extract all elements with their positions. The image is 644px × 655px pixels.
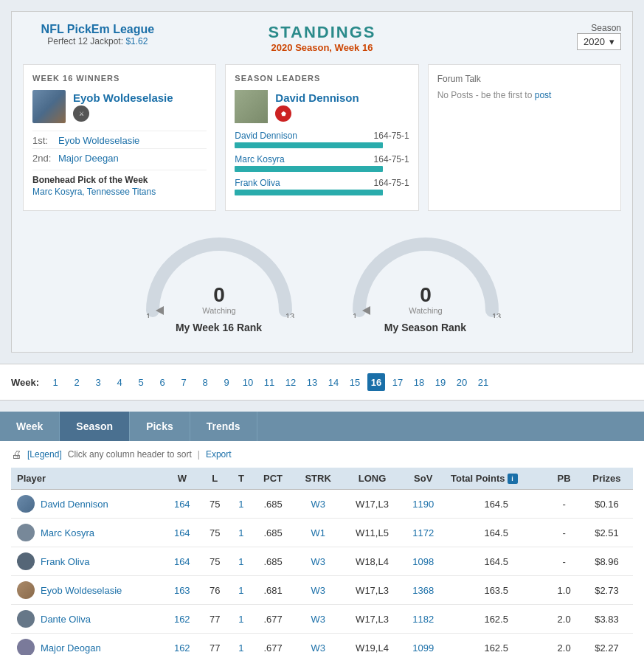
td-w: 164 bbox=[164, 519, 200, 547]
td-prizes: $0.16 bbox=[581, 490, 633, 519]
week-btn-6[interactable]: 6 bbox=[153, 373, 171, 391]
svg-text:0: 0 bbox=[420, 283, 432, 306]
week-btn-18[interactable]: 18 bbox=[410, 373, 428, 391]
bonehead-section: Bonehead Pick of the Week Marc Kosyra, T… bbox=[32, 170, 207, 197]
td-pb: 1.0 bbox=[547, 576, 581, 605]
forum-post-link[interactable]: post bbox=[535, 90, 552, 100]
printer-icon[interactable]: 🖨 bbox=[11, 448, 21, 460]
season-dropdown[interactable]: 2020 ▾ bbox=[577, 33, 621, 50]
th-w[interactable]: W bbox=[164, 468, 200, 490]
leader-name-1[interactable]: Marc Kosyra bbox=[235, 154, 284, 164]
th-pb[interactable]: PB bbox=[547, 468, 581, 490]
week-btn-14[interactable]: 14 bbox=[325, 373, 342, 391]
tab-picks[interactable]: Picks bbox=[130, 412, 190, 441]
cards-row: WEEK 16 WINNERS Eyob Woldeselasie ⚔ 1st:… bbox=[23, 64, 621, 211]
td-l: 75 bbox=[200, 547, 229, 576]
season-leaders-card: SEASON LEADERS David Dennison ⬟ David De… bbox=[225, 64, 418, 211]
td-pb: - bbox=[547, 519, 581, 547]
td-strk: W3 bbox=[294, 605, 343, 634]
th-strk[interactable]: STRK bbox=[294, 468, 343, 490]
player-name-cell[interactable]: Eyob Woldeselasie bbox=[11, 576, 164, 605]
bonehead-detail[interactable]: Marc Kosyra, Tennessee Titans bbox=[32, 187, 207, 197]
week-btn-9[interactable]: 9 bbox=[218, 373, 235, 391]
total-points-info-icon[interactable]: i bbox=[508, 474, 518, 484]
week-btn-13[interactable]: 13 bbox=[303, 373, 321, 391]
td-total: 164.5 bbox=[445, 490, 547, 519]
week-btn-21[interactable]: 21 bbox=[474, 373, 492, 391]
table-row: Major Deogan 162 77 1 .677 W3 W19,L4 109… bbox=[11, 634, 633, 656]
th-prizes[interactable]: Prizes bbox=[581, 468, 633, 490]
week-btn-20[interactable]: 20 bbox=[453, 373, 471, 391]
player-name-cell[interactable]: Marc Kosyra bbox=[11, 519, 164, 547]
td-pb: 2.0 bbox=[547, 634, 581, 656]
td-pct: .685 bbox=[253, 490, 294, 519]
winner-name[interactable]: Eyob Woldeselasie bbox=[73, 91, 173, 104]
week-nav-label: Week: bbox=[11, 377, 39, 388]
td-w: 162 bbox=[164, 605, 200, 634]
tab-season[interactable]: Season bbox=[60, 412, 130, 441]
th-pct[interactable]: PCT bbox=[253, 468, 294, 490]
sort-hint: Click any column header to sort bbox=[68, 449, 192, 460]
week-btn-3[interactable]: 3 bbox=[89, 373, 107, 391]
forum-card: Forum Talk No Posts - be the first to po… bbox=[428, 64, 621, 211]
td-l: 75 bbox=[200, 490, 229, 519]
player-name-cell[interactable]: Dante Oliva bbox=[11, 605, 164, 634]
first-place-name[interactable]: Eyob Woldeselasie bbox=[58, 135, 139, 146]
week-btn-4[interactable]: 4 bbox=[111, 373, 128, 391]
td-total: 164.5 bbox=[445, 519, 547, 547]
week-btn-11[interactable]: 11 bbox=[260, 373, 278, 391]
season-rank-gauge: 0 Watching 1 13 My Season Rank bbox=[344, 237, 507, 333]
td-sov: 1182 bbox=[401, 605, 445, 634]
leader-name-0[interactable]: David Dennison bbox=[235, 131, 297, 141]
th-l[interactable]: L bbox=[200, 468, 229, 490]
week-btn-12[interactable]: 12 bbox=[282, 373, 300, 391]
td-strk: W1 bbox=[294, 519, 343, 547]
th-player[interactable]: Player bbox=[11, 468, 164, 490]
week-btn-5[interactable]: 5 bbox=[132, 373, 150, 391]
forum-text: No Posts - be the first to post bbox=[437, 90, 612, 100]
td-prizes: $8.96 bbox=[581, 547, 633, 576]
td-sov: 1098 bbox=[401, 547, 445, 576]
th-t[interactable]: T bbox=[229, 468, 252, 490]
svg-text:13: 13 bbox=[285, 312, 294, 318]
th-total-points[interactable]: Total Points i bbox=[445, 468, 547, 490]
td-l: 77 bbox=[200, 605, 229, 634]
td-pb: - bbox=[547, 490, 581, 519]
week-btn-8[interactable]: 8 bbox=[196, 373, 214, 391]
standings-center: STANDINGS 2020 Season, Week 16 bbox=[173, 23, 472, 53]
week-btn-2[interactable]: 2 bbox=[68, 373, 86, 391]
player-name-cell[interactable]: Major Deogan bbox=[11, 634, 164, 656]
th-long[interactable]: LONG bbox=[343, 468, 402, 490]
winner-info: Eyob Woldeselasie ⚔ bbox=[73, 91, 173, 122]
td-w: 164 bbox=[164, 547, 200, 576]
week-btn-17[interactable]: 17 bbox=[389, 373, 406, 391]
player-name-cell[interactable]: Frank Oliva bbox=[11, 547, 164, 576]
leader-name-2[interactable]: Frank Oliva bbox=[235, 178, 280, 188]
td-long: W17,L3 bbox=[343, 576, 402, 605]
league-subtitle: Perfect 12 Jackpot: $1.62 bbox=[23, 36, 173, 46]
week-btn-7[interactable]: 7 bbox=[175, 373, 193, 391]
week-btn-15[interactable]: 15 bbox=[346, 373, 364, 391]
legend-link[interactable]: [Legend] bbox=[27, 449, 62, 460]
th-sov[interactable]: SoV bbox=[401, 468, 445, 490]
leader-row-2: Frank Oliva 164-75-1 bbox=[235, 178, 409, 195]
td-t: 1 bbox=[229, 519, 252, 547]
week-btn-10[interactable]: 10 bbox=[239, 373, 257, 391]
td-t: 1 bbox=[229, 576, 252, 605]
top-container: NFL PickEm League Perfect 12 Jackpot: $1… bbox=[11, 11, 633, 353]
jackpot-link[interactable]: $1.62 bbox=[125, 36, 148, 46]
leader-name[interactable]: David Dennison bbox=[275, 91, 359, 104]
tab-trends[interactable]: Trends bbox=[190, 412, 257, 441]
week-btn-1[interactable]: 1 bbox=[46, 373, 64, 391]
place-row-1: 1st: Eyob Woldeselasie bbox=[32, 131, 207, 146]
export-link[interactable]: Export bbox=[206, 449, 232, 460]
second-place-name[interactable]: Major Deegan bbox=[58, 153, 119, 164]
player-avatar bbox=[17, 524, 35, 541]
week-btn-16[interactable]: 16 bbox=[367, 373, 385, 391]
week-btn-19[interactable]: 19 bbox=[432, 373, 449, 391]
forum-title: Forum Talk bbox=[437, 74, 612, 84]
league-info: NFL PickEm League Perfect 12 Jackpot: $1… bbox=[23, 23, 173, 46]
player-name-cell[interactable]: David Dennison bbox=[11, 490, 164, 519]
tab-week[interactable]: Week bbox=[0, 412, 60, 441]
td-strk: W3 bbox=[294, 547, 343, 576]
